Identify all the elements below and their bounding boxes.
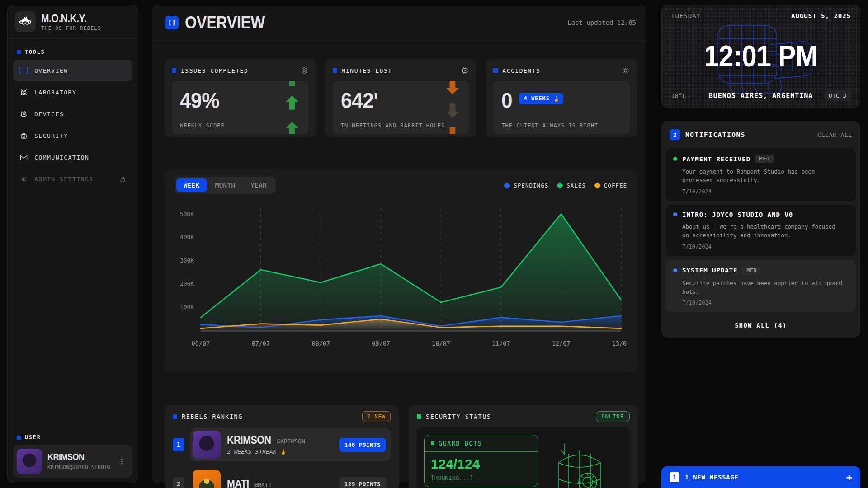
notifications-panel: 2 NOTIFICATIONS CLEAR ALL PAYMENT RECEIV… xyxy=(661,121,860,338)
app-subtitle: THE OS FOR REBELS xyxy=(41,25,101,31)
svg-text:400K: 400K xyxy=(180,234,194,240)
stat-card-issues: ISSUES COMPLETED 49% WEEKLY SCOPE xyxy=(165,59,316,137)
page-header: [] OVERVIEW Last updated 12:05 xyxy=(152,5,646,40)
card-bullet xyxy=(417,414,421,419)
sidebar: M.O.N.K.Y. THE OS FOR REBELS TOOLS [ ] O… xyxy=(7,5,138,483)
guard-bots-count: 124/124 xyxy=(431,456,531,472)
security-status-card: SECURITY STATUS ONLINE GUARD BOTS 124/12… xyxy=(409,405,638,488)
svg-text:11/07: 11/07 xyxy=(492,340,510,347)
flame-icon xyxy=(280,448,286,455)
cog-icon[interactable] xyxy=(622,66,630,75)
notifications-count-badge: 2 xyxy=(670,129,680,140)
notification-date: 7/10/2024 xyxy=(682,244,849,250)
sidebar-spacer xyxy=(8,190,138,427)
rebel-handle: @KRIMSON xyxy=(277,438,305,445)
section-bullet xyxy=(17,50,21,54)
sidebar-item-overview[interactable]: [ ] OVERVIEW xyxy=(13,60,132,81)
sidebar-item-devices[interactable]: DEVICES xyxy=(13,103,132,125)
stat-cards: ISSUES COMPLETED 49% WEEKLY SCOPE xyxy=(165,59,637,137)
page-title: OVERVIEW xyxy=(185,12,265,33)
overview-brackets-icon: [] xyxy=(165,16,179,29)
guard-bots-status: [RUNNING...] xyxy=(431,474,531,481)
tools-section-label: TOOLS xyxy=(13,44,132,60)
stat-value: 642' xyxy=(341,89,456,111)
hex-gear-icon[interactable] xyxy=(300,66,308,75)
rank-number: 2 xyxy=(173,477,184,488)
clock-widget: TUESDAY AUGUST 5, 2025 12:01 PM 18°C BUE… xyxy=(661,5,860,108)
notification-body: Security patches have been applied to al… xyxy=(682,279,845,296)
kebab-menu-icon[interactable]: ⋮ xyxy=(118,460,125,463)
ranking-row-2[interactable]: 2 MATI @MATI 129 POINTS xyxy=(173,467,391,488)
svg-text:300K: 300K xyxy=(180,257,194,264)
message-count-badge: 1 xyxy=(670,472,679,482)
rank-number: 1 xyxy=(173,438,184,451)
sidebar-item-laboratory[interactable]: LABORATORY xyxy=(13,81,132,103)
user-card[interactable]: KRIMSON KRIMSON@JOYCO.STUDIO ⋮ xyxy=(13,445,132,478)
notification-intro[interactable]: INTRO: JOYCO STUDIO AND V0 About us - We… xyxy=(666,205,856,256)
stat-value: 49% xyxy=(180,89,295,111)
stat-body: 49% WEEKLY SCOPE xyxy=(172,81,308,134)
new-message-bar[interactable]: 1 1 NEW MESSAGE + xyxy=(661,466,860,488)
temperature: 18°C xyxy=(671,92,686,99)
sidebar-item-communication[interactable]: COMMUNICATION xyxy=(13,146,132,168)
priority-badge: MED xyxy=(743,266,761,275)
tab-month[interactable]: MONTH xyxy=(208,178,243,192)
points-badge: 129 POINTS xyxy=(339,477,386,488)
chart-range-tabs: WEEK MONTH YEAR xyxy=(175,177,276,194)
weekday: TUESDAY xyxy=(671,12,701,19)
rebels-ranking-card: REBELS RANKING 2 NEW 1 KRIMSON @KRIMSON … xyxy=(165,405,399,488)
svg-text:07/07: 07/07 xyxy=(252,340,270,347)
chip-gear-icon[interactable] xyxy=(461,66,469,75)
timezone-badge: UTC-3 xyxy=(824,90,851,101)
notification-payment[interactable]: PAYMENT RECEIVED MED Your payment to Ram… xyxy=(666,148,856,201)
legend-sales[interactable]: SALES xyxy=(557,182,586,189)
date: AUGUST 5, 2025 xyxy=(791,12,851,19)
notifications-title: NOTIFICATIONS xyxy=(685,131,745,138)
guard-bot-wireframe xyxy=(550,436,609,488)
card-bullet xyxy=(493,68,498,73)
legend-coffee[interactable]: COFFEE xyxy=(595,182,627,189)
tab-year[interactable]: YEAR xyxy=(243,178,274,192)
rebel-name: KRIMSON xyxy=(227,434,271,446)
clear-all-button[interactable]: CLEAR ALL xyxy=(817,131,852,138)
legend-spendings[interactable]: SPENDINGS xyxy=(505,182,548,189)
avatar xyxy=(17,449,42,474)
chart-legend: SPENDINGS SALES COFFEE xyxy=(505,182,627,189)
priority-badge: MED xyxy=(755,155,774,163)
ranking-row-1[interactable]: 1 KRIMSON @KRIMSON 2 WEEKS STREAK 148 PO… xyxy=(173,428,391,461)
svg-text:13/07: 13/07 xyxy=(612,340,627,347)
trend-chart-card: WEEK MONTH YEAR SPENDINGS SALES COFFEE xyxy=(165,169,637,372)
security-body: GUARD BOTS 124/124 [RUNNING...] FIREWALL xyxy=(417,427,630,488)
card-bullet xyxy=(172,68,176,73)
card-bullet xyxy=(333,68,337,73)
plus-icon[interactable]: + xyxy=(846,472,852,483)
lock-icon xyxy=(119,175,127,183)
app-logo: M.O.N.K.Y. THE OS FOR REBELS xyxy=(8,5,138,39)
sidebar-item-security[interactable]: SECURITY xyxy=(13,125,132,146)
user-section-label: USER xyxy=(13,430,132,445)
rebel-name: MATI xyxy=(227,478,249,488)
section-bullet xyxy=(17,436,21,440)
stat-title: ISSUES COMPLETED xyxy=(181,67,248,74)
svg-text:10/07: 10/07 xyxy=(432,340,450,347)
app-title: M.O.N.K.Y. xyxy=(41,12,101,24)
atom-icon xyxy=(19,88,28,97)
notification-body: Your payment to Rampant Studio has been … xyxy=(682,167,845,185)
show-all-button[interactable]: SHOW ALL (4) xyxy=(665,316,857,334)
location: BUENOS AIRES, ARGENTINA xyxy=(709,92,813,100)
robot-icon xyxy=(19,131,28,140)
svg-text:200K: 200K xyxy=(180,280,194,287)
sidebar-item-admin-settings[interactable]: ADMIN SETTINGS xyxy=(13,168,132,190)
points-badge: 148 POINTS xyxy=(339,438,386,452)
new-count-badge: 2 NEW xyxy=(362,411,391,422)
brackets-icon: [ ] xyxy=(19,66,28,75)
last-updated: Last updated 12:05 xyxy=(567,19,636,26)
area-chart: 100K200K300K400K500K06/0707/0708/0709/07… xyxy=(175,200,627,354)
stat-body: 642' IN MEETINGS AND RABBIT HOLES xyxy=(333,81,469,134)
stat-value: 0 xyxy=(501,89,512,111)
notification-system-update[interactable]: SYSTEM UPDATE MED Security patches have … xyxy=(666,260,856,313)
svg-text:06/07: 06/07 xyxy=(192,340,210,347)
diamond-icon xyxy=(504,182,511,189)
tab-week[interactable]: WEEK xyxy=(176,178,207,192)
rebel-handle: @MATI xyxy=(254,482,272,488)
